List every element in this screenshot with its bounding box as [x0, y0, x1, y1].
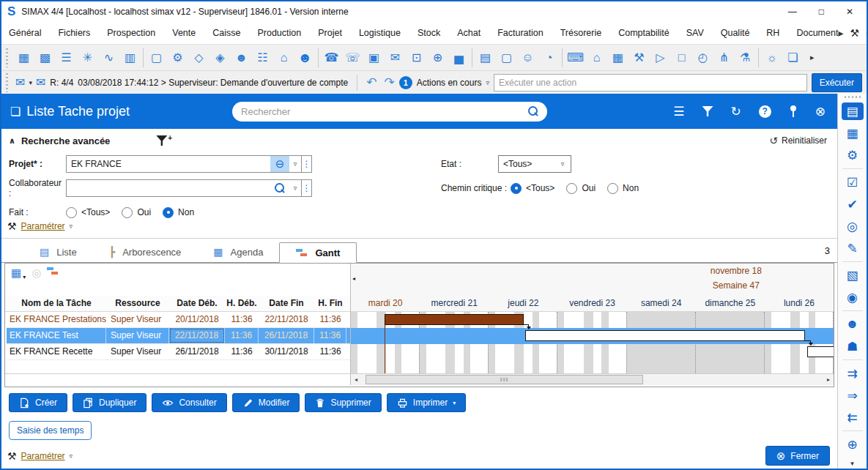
- delete-button[interactable]: Supprimer: [305, 393, 381, 412]
- validate-icon[interactable]: ☑: [842, 174, 864, 191]
- view-button[interactable]: Consulter: [152, 393, 226, 412]
- collaborateur-input[interactable]: [67, 180, 270, 196]
- reset-link[interactable]: ↺ Reinitialiser: [769, 135, 830, 146]
- menu-comptabilité[interactable]: Comptabilité: [618, 28, 669, 38]
- gantt-bars-icon[interactable]: [47, 266, 59, 275]
- print-dropdown-icon[interactable]: ▾: [453, 400, 456, 406]
- collaborateur-dropdown-icon[interactable]: ▿: [289, 184, 301, 192]
- panel-list-icon[interactable]: ▤: [842, 102, 864, 120]
- projet-options-button[interactable]: ⋮: [302, 155, 312, 173]
- import-flow-icon[interactable]: ⇇: [842, 409, 864, 426]
- save-validate-icon[interactable]: ✔: [842, 195, 864, 213]
- transfer-flow-icon[interactable]: ⇒: [842, 387, 864, 404]
- task-bar-0[interactable]: [385, 314, 524, 325]
- tab-arborescence[interactable]: ┣Arborescence: [93, 242, 198, 262]
- menu-qualité[interactable]: Qualité: [721, 28, 750, 38]
- stop-icon[interactable]: □: [671, 48, 692, 67]
- mail-icon[interactable]: ✉: [385, 48, 406, 67]
- fermer-button[interactable]: ⊗ Fermer: [765, 446, 830, 466]
- advanced-search-title[interactable]: Recherche avancée: [21, 135, 110, 146]
- menu-stock[interactable]: Stock: [418, 28, 440, 38]
- table-row[interactable]: EK FRANCE TestSuper Viseur22/11/201811:3…: [7, 328, 350, 344]
- chart-bars-icon[interactable]: ▅: [448, 48, 470, 67]
- tab-agenda[interactable]: ▦Agenda: [197, 242, 279, 262]
- crossed-tools-icon[interactable]: ⚒: [850, 27, 859, 39]
- shield-user-icon[interactable]: ☗: [842, 337, 864, 355]
- workflow-tree-icon[interactable]: ⋔: [713, 48, 735, 67]
- box-icon[interactable]: ▢: [146, 48, 167, 67]
- document-add-icon[interactable]: ⊕: [842, 436, 864, 453]
- radio-tous[interactable]: <Tous>: [511, 183, 554, 194]
- group-icon[interactable]: ☷: [252, 48, 273, 67]
- approve-circle-icon[interactable]: ◎: [842, 217, 864, 235]
- help-icon[interactable]: ?: [759, 105, 771, 118]
- projet-dropdown-icon[interactable]: ▿: [289, 160, 301, 168]
- tab-gantt[interactable]: Gantt: [279, 242, 357, 263]
- task-bar-2[interactable]: [807, 346, 834, 357]
- undo-icon[interactable]: ↶: [366, 75, 376, 90]
- document-time-icon[interactable]: ◔: [538, 48, 560, 67]
- burst-icon[interactable]: ✳: [77, 48, 98, 67]
- saisie-des-temps-button[interactable]: Saisie des temps: [9, 421, 92, 440]
- store-icon[interactable]: ⌂: [273, 48, 294, 67]
- phone-forward-icon[interactable]: ☏: [342, 48, 363, 67]
- radio-oui[interactable]: Oui: [566, 183, 596, 194]
- collapse-icon[interactable]: ∧: [9, 136, 15, 146]
- scroll-thumb[interactable]: ‖‖‖: [366, 375, 643, 384]
- mail-flash-icon[interactable]: ✉: [36, 75, 45, 89]
- projet-input[interactable]: [67, 156, 270, 172]
- task-bar-1[interactable]: [525, 330, 805, 341]
- radio-non[interactable]: Non: [607, 183, 639, 194]
- sidebar-grip[interactable]: [845, 96, 861, 98]
- actions-caret-icon[interactable]: ▿: [486, 79, 489, 86]
- radio-tous[interactable]: <Tous>: [66, 207, 110, 218]
- factory-icon[interactable]: ⌂: [586, 48, 607, 67]
- menu-caisse[interactable]: Caisse: [212, 28, 240, 38]
- table-row[interactable]: EK FRANCE PrestationsSuper Viseur20/11/2…: [7, 312, 350, 328]
- wrench-tool-icon[interactable]: ⚒: [628, 48, 650, 67]
- meeting-icon[interactable]: ☺: [517, 48, 538, 67]
- etat-select[interactable]: <Tous> ▿: [498, 155, 571, 173]
- filter-icon[interactable]: [702, 106, 713, 116]
- filter-add-icon[interactable]: +: [156, 135, 172, 146]
- target-icon[interactable]: ⊕: [427, 48, 448, 67]
- table-row[interactable]: EK FRANCE RecetteSuper Viseur26/11/20181…: [7, 344, 350, 360]
- menu-logistique[interactable]: Logistique: [359, 28, 401, 38]
- play-icon[interactable]: ▷: [650, 48, 671, 67]
- contacts-stamp-icon[interactable]: ☻: [231, 48, 252, 67]
- gantt-calendar-caret-icon[interactable]: ▾: [23, 274, 26, 280]
- menu-projet[interactable]: Projet: [318, 28, 342, 38]
- collaborateur-search-icon[interactable]: [270, 180, 289, 196]
- settings-gear-icon[interactable]: ⚙: [842, 146, 864, 164]
- create-button[interactable]: Créer: [9, 393, 67, 412]
- list-icon[interactable]: ☰: [56, 48, 77, 67]
- user-icon[interactable]: ☻: [294, 48, 316, 67]
- phone-add-icon[interactable]: ☎: [321, 48, 342, 67]
- scroll-right-icon[interactable]: ▸: [823, 376, 834, 383]
- duplicate-button[interactable]: Dupliquer: [73, 393, 146, 412]
- radio-oui[interactable]: Oui: [122, 207, 151, 218]
- parametrer-link-bottom[interactable]: ⚒ Paramétrer ▿: [7, 450, 73, 462]
- agenda-eye-icon[interactable]: ◉: [842, 288, 864, 306]
- overflow-arrow-icon[interactable]: ▸: [838, 27, 843, 39]
- tag-icon[interactable]: ◈: [209, 48, 231, 67]
- export-flow-icon[interactable]: ⇉: [842, 365, 864, 382]
- settings-gear-icon[interactable]: ⚙: [167, 48, 188, 67]
- search-icon[interactable]: [528, 106, 538, 116]
- refresh-icon[interactable]: ↻: [731, 104, 741, 119]
- user-profile-icon[interactable]: ☻: [842, 316, 864, 333]
- chart-curve-icon[interactable]: ∿: [98, 48, 119, 67]
- robot-arm-icon[interactable]: ⚗: [735, 48, 756, 67]
- document-icon[interactable]: ▤: [475, 48, 496, 67]
- menu-sav[interactable]: SAV: [686, 28, 704, 38]
- package-cube-icon[interactable]: ⊡: [406, 48, 427, 67]
- menu-fichiers[interactable]: Fichiers: [58, 28, 90, 38]
- execute-action-input[interactable]: [494, 74, 807, 92]
- scroll-track[interactable]: ‖‖‖: [361, 374, 823, 385]
- menu-production[interactable]: Production: [257, 28, 301, 38]
- new-mail-icon[interactable]: ✉: [15, 75, 25, 89]
- idea-document-icon[interactable]: ❏: [782, 48, 804, 67]
- collaborateur-options-button[interactable]: ⋮: [302, 179, 312, 197]
- radio-non[interactable]: Non: [163, 207, 194, 218]
- pin-icon[interactable]: [789, 105, 798, 118]
